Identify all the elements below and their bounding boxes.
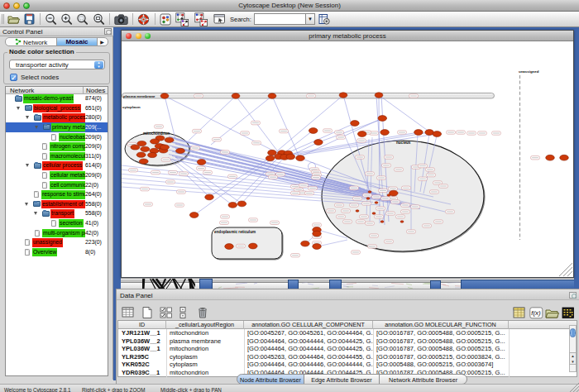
svg-text:f(x): f(x) [531, 309, 541, 317]
svg-text:mitochondrion: mitochondrion [143, 131, 170, 136]
svg-text:endoplasmic reticulum: endoplasmic reticulum [214, 230, 256, 234]
svg-text:nucleus: nucleus [396, 141, 411, 145]
svg-text:cytoplasm: cytoplasm [122, 105, 141, 109]
svg-text:plasma membrane: plasma membrane [123, 94, 156, 98]
svg-text:unassigned: unassigned [519, 69, 539, 74]
